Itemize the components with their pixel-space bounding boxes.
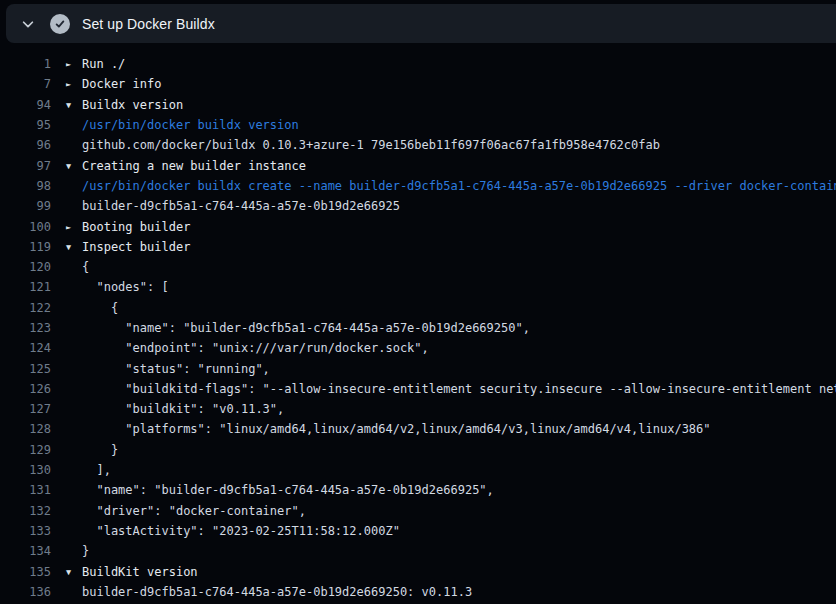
disclosure-triangle-icon[interactable]: ► xyxy=(51,59,82,69)
disclosure-triangle-icon[interactable]: ▼ xyxy=(51,242,82,252)
line-number[interactable]: 136 xyxy=(0,585,51,599)
log-group-title: Buildx version xyxy=(82,98,183,112)
log-line-text: ], xyxy=(82,463,111,477)
log-line-text: "buildkitd-flags": "--allow-insecure-ent… xyxy=(82,382,836,396)
log-row: 122 { xyxy=(0,298,836,318)
disclosure-triangle-icon[interactable]: ▼ xyxy=(51,100,82,110)
log-row[interactable]: 1►Run ./ xyxy=(0,54,836,74)
log-line-text: "lastActivity": "2023-02-25T11:58:12.000… xyxy=(82,524,400,538)
log-row: 98/usr/bin/docker buildx create --name b… xyxy=(0,176,836,196)
line-number[interactable]: 128 xyxy=(0,422,51,436)
line-number[interactable]: 1 xyxy=(0,57,51,71)
log-row[interactable]: 97▼Creating a new builder instance xyxy=(0,155,836,175)
log-row: 133 "lastActivity": "2023-02-25T11:58:12… xyxy=(0,521,836,541)
log-line-text: "name": "builder-d9cfb5a1-c764-445a-a57e… xyxy=(82,321,530,335)
line-number[interactable]: 119 xyxy=(0,240,51,254)
log-command-text: /usr/bin/docker buildx create --name bui… xyxy=(82,179,836,193)
log-row: 123 "name": "builder-d9cfb5a1-c764-445a-… xyxy=(0,318,836,338)
line-number[interactable]: 120 xyxy=(0,260,51,274)
step-success-icon xyxy=(50,14,70,34)
disclosure-triangle-icon[interactable]: ▼ xyxy=(51,567,82,577)
log-row: 127 "buildkit": "v0.11.3", xyxy=(0,399,836,419)
log-row: 121 "nodes": [ xyxy=(0,277,836,297)
log-row: 131 "name": "builder-d9cfb5a1-c764-445a-… xyxy=(0,480,836,500)
log-line-text: { xyxy=(82,260,89,274)
line-number[interactable]: 121 xyxy=(0,280,51,294)
line-number[interactable]: 133 xyxy=(0,524,51,538)
log-row: 130 ], xyxy=(0,460,836,480)
log-line-text: "buildkit": "v0.11.3", xyxy=(82,402,284,416)
line-number[interactable]: 96 xyxy=(0,138,51,152)
log-group-title: Creating a new builder instance xyxy=(82,159,306,173)
log-output: 1►Run ./7►Docker info94▼Buildx version95… xyxy=(0,54,836,604)
log-line-text: "name": "builder-d9cfb5a1-c764-445a-a57e… xyxy=(82,483,494,497)
step-title: Set up Docker Buildx xyxy=(82,16,215,32)
line-number[interactable]: 100 xyxy=(0,220,51,234)
line-number[interactable]: 129 xyxy=(0,443,51,457)
line-number[interactable]: 97 xyxy=(0,159,51,173)
line-number[interactable]: 126 xyxy=(0,382,51,396)
disclosure-triangle-icon[interactable]: ► xyxy=(51,79,82,89)
disclosure-triangle-icon[interactable]: ► xyxy=(51,222,82,232)
log-row: 96github.com/docker/buildx 0.10.3+azure-… xyxy=(0,135,836,155)
log-row: 128 "platforms": "linux/amd64,linux/amd6… xyxy=(0,419,836,439)
log-row[interactable]: 7►Docker info xyxy=(0,74,836,94)
line-number[interactable]: 135 xyxy=(0,565,51,579)
line-number[interactable]: 124 xyxy=(0,341,51,355)
line-number[interactable]: 94 xyxy=(0,98,51,112)
chevron-down-icon[interactable] xyxy=(20,16,36,32)
log-line-text: "nodes": [ xyxy=(82,280,169,294)
log-row: 95/usr/bin/docker buildx version xyxy=(0,115,836,135)
line-number[interactable]: 127 xyxy=(0,402,51,416)
step-header[interactable]: Set up Docker Buildx xyxy=(6,4,836,43)
log-row[interactable]: 100►Booting builder xyxy=(0,216,836,236)
log-command-text: /usr/bin/docker buildx version xyxy=(82,118,299,132)
log-line-text: } xyxy=(82,443,118,457)
log-line-text: "driver": "docker-container", xyxy=(82,504,306,518)
line-number[interactable]: 99 xyxy=(0,199,51,213)
log-group-title: Run ./ xyxy=(82,57,125,71)
log-group-title: Inspect builder xyxy=(82,240,190,254)
log-row: 136builder-d9cfb5a1-c764-445a-a57e-0b19d… xyxy=(0,582,836,602)
line-number[interactable]: 131 xyxy=(0,483,51,497)
log-line-text: builder-d9cfb5a1-c764-445a-a57e-0b19d2e6… xyxy=(82,585,472,599)
log-group-title: Docker info xyxy=(82,77,161,91)
log-line-text: "endpoint": "unix:///var/run/docker.sock… xyxy=(82,341,429,355)
log-line-text: "status": "running", xyxy=(82,362,270,376)
log-line-text: } xyxy=(82,544,89,558)
log-row: 125 "status": "running", xyxy=(0,358,836,378)
log-row: 129 } xyxy=(0,440,836,460)
line-number[interactable]: 123 xyxy=(0,321,51,335)
log-row[interactable]: 119▼Inspect builder xyxy=(0,237,836,257)
log-line-text: github.com/docker/buildx 0.10.3+azure-1 … xyxy=(82,138,660,152)
log-line-text: builder-d9cfb5a1-c764-445a-a57e-0b19d2e6… xyxy=(82,199,400,213)
line-number[interactable]: 95 xyxy=(0,118,51,132)
log-line-text: "platforms": "linux/amd64,linux/amd64/v2… xyxy=(82,422,711,436)
log-row: 99builder-d9cfb5a1-c764-445a-a57e-0b19d2… xyxy=(0,196,836,216)
line-number[interactable]: 130 xyxy=(0,463,51,477)
line-number[interactable]: 125 xyxy=(0,362,51,376)
log-group-title: BuildKit version xyxy=(82,565,198,579)
line-number[interactable]: 7 xyxy=(0,77,51,91)
log-row: 124 "endpoint": "unix:///var/run/docker.… xyxy=(0,338,836,358)
log-row: 134} xyxy=(0,541,836,561)
log-row: 120{ xyxy=(0,257,836,277)
line-number[interactable]: 132 xyxy=(0,504,51,518)
log-row: 126 "buildkitd-flags": "--allow-insecure… xyxy=(0,379,836,399)
log-row: 132 "driver": "docker-container", xyxy=(0,501,836,521)
log-row[interactable]: 94▼Buildx version xyxy=(0,95,836,115)
log-line-text: { xyxy=(82,301,118,315)
line-number[interactable]: 122 xyxy=(0,301,51,315)
disclosure-triangle-icon[interactable]: ▼ xyxy=(51,161,82,171)
log-group-title: Booting builder xyxy=(82,220,190,234)
log-row[interactable]: 135▼BuildKit version xyxy=(0,561,836,581)
line-number[interactable]: 98 xyxy=(0,179,51,193)
line-number[interactable]: 134 xyxy=(0,544,51,558)
